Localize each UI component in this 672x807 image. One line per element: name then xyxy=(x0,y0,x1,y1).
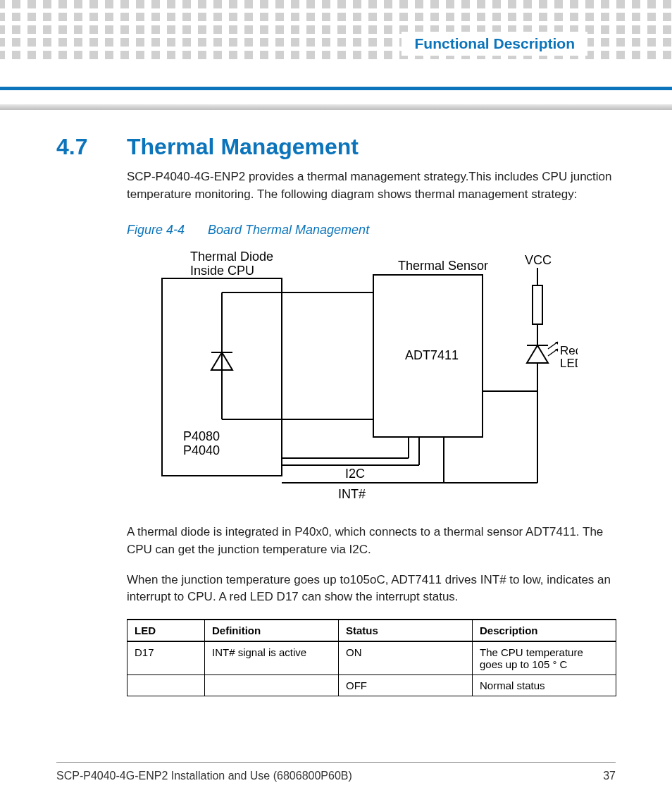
svg-rect-8 xyxy=(533,285,542,324)
cell-status: ON xyxy=(339,641,473,675)
page-footer: SCP-P4040-4G-ENP2 Installation and Use (… xyxy=(56,762,616,782)
th-definition: Definition xyxy=(205,620,339,641)
section-heading: 4.7 Thermal Management xyxy=(56,134,616,160)
th-status: Status xyxy=(339,620,473,641)
header-blue-rule xyxy=(0,87,672,90)
chapter-title: Functional Description xyxy=(402,32,587,56)
diagram-sensor-part: ADT7411 xyxy=(405,348,459,362)
page-content: 4.7 Thermal Management SCP-P4040-4G-ENP2… xyxy=(56,134,616,696)
cell-def: INT# signal is active xyxy=(205,641,339,675)
cell-led: D17 xyxy=(127,641,205,675)
cell-desc: The CPU temperature goes up to 105 ° C xyxy=(473,641,616,675)
diagram-sensor-label: Thermal Sensor xyxy=(398,259,488,273)
thermal-diagram: Thermal Diode Inside CPU P4080 P4040 The… xyxy=(141,250,616,507)
section-title: Thermal Management xyxy=(127,134,359,160)
table-header-row: LED Definition Status Description xyxy=(127,620,616,641)
th-led: LED xyxy=(127,620,205,641)
diagram-led-label2: LED xyxy=(560,357,578,370)
section-number: 4.7 xyxy=(56,134,127,160)
diagram-cpu-part1: P4080 xyxy=(183,429,220,443)
table-row: OFF Normal status xyxy=(127,674,616,696)
footer-doc-title: SCP-P4040-4G-ENP2 Installation and Use (… xyxy=(56,770,352,782)
header-gray-rule xyxy=(0,104,672,110)
cell-def xyxy=(205,674,339,696)
svg-marker-10 xyxy=(527,345,548,363)
intro-paragraph: SCP-P4040-4G-ENP2 provides a thermal man… xyxy=(127,168,616,203)
diagram-cpu-label2: Inside CPU xyxy=(190,264,254,278)
figure-title: Board Thermal Management xyxy=(208,223,369,237)
diagram-int: INT# xyxy=(338,487,366,501)
cell-status: OFF xyxy=(339,674,473,696)
diagram-cpu-part2: P4040 xyxy=(183,443,220,457)
th-description: Description xyxy=(473,620,616,641)
figure-caption: Figure 4-4 Board Thermal Management xyxy=(127,223,616,238)
paragraph-3: When the junction temperature goes up to… xyxy=(127,572,616,606)
cell-desc: Normal status xyxy=(473,674,616,696)
table-row: D17 INT# signal is active ON The CPU tem… xyxy=(127,641,616,675)
paragraph-2: A thermal diode is integrated in P40x0, … xyxy=(127,524,616,558)
diagram-cpu-label1: Thermal Diode xyxy=(190,250,273,264)
diagram-led-label1: Red xyxy=(560,344,578,357)
footer-page-number: 37 xyxy=(603,770,616,782)
diagram-vcc: VCC xyxy=(525,253,552,267)
led-table: LED Definition Status Description D17 IN… xyxy=(127,619,616,696)
cell-led xyxy=(127,674,205,696)
figure-number: Figure 4-4 xyxy=(127,223,204,238)
diagram-i2c: I2C xyxy=(345,467,365,481)
